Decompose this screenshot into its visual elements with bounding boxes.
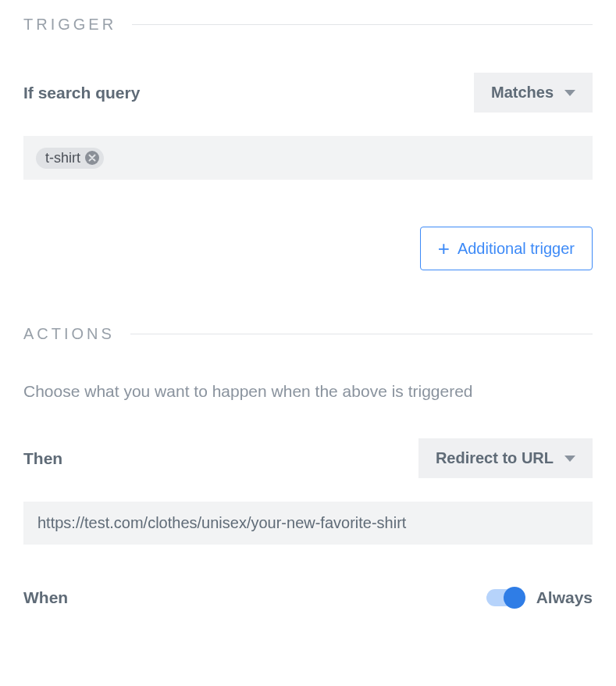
condition-dropdown[interactable]: Matches <box>474 73 593 113</box>
when-toggle-label: Always <box>536 588 593 607</box>
chevron-down-icon <box>564 90 575 96</box>
additional-trigger-button[interactable]: + Additional trigger <box>420 227 593 270</box>
trigger-section-label: TRIGGER <box>23 16 116 34</box>
when-toggle-group: Always <box>486 588 593 607</box>
actions-section-label: ACTIONS <box>23 325 115 343</box>
redirect-url-input[interactable] <box>23 502 593 545</box>
when-row: When Always <box>23 588 593 607</box>
chevron-down-icon <box>564 456 575 462</box>
then-row: Then Redirect to URL <box>23 438 593 478</box>
plus-icon: + <box>438 238 450 259</box>
trigger-condition-row: If search query Matches <box>23 73 593 113</box>
query-tag-label: t-shirt <box>45 150 80 166</box>
then-dropdown-value: Redirect to URL <box>436 449 554 467</box>
toggle-knob <box>504 587 525 609</box>
query-tag: t-shirt <box>36 148 104 169</box>
additional-trigger-row: + Additional trigger <box>23 227 593 270</box>
if-search-query-label: If search query <box>23 84 140 102</box>
search-query-tag-input[interactable]: t-shirt <box>23 136 593 180</box>
when-toggle[interactable] <box>486 589 524 606</box>
additional-trigger-label: Additional trigger <box>458 240 575 258</box>
divider-line <box>132 24 593 25</box>
trigger-section-header: TRIGGER <box>23 16 593 34</box>
condition-dropdown-value: Matches <box>491 84 554 102</box>
actions-section-header: ACTIONS <box>23 325 593 343</box>
actions-description: Choose what you want to happen when the … <box>23 382 593 401</box>
then-dropdown[interactable]: Redirect to URL <box>418 438 593 478</box>
tag-remove-button[interactable] <box>85 151 99 165</box>
close-icon <box>88 154 96 162</box>
divider-line <box>130 334 593 334</box>
when-label: When <box>23 588 68 607</box>
then-label: Then <box>23 449 62 468</box>
